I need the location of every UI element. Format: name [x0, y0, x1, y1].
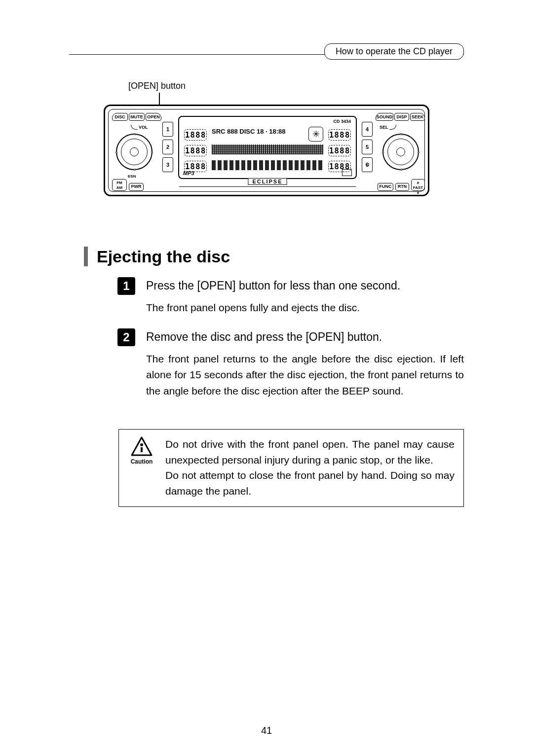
seek-button: SEEK [410, 113, 425, 121]
caution-label: Caution [128, 458, 155, 465]
seg-left-1: 1888 [184, 129, 207, 141]
knob-tick [151, 151, 153, 153]
step-title-2: Remove the disc and press the [OPEN] but… [146, 328, 464, 346]
cd-player-illustration: DISC MUTE OPEN VOL ESN FM AM PWR 1 2 3 4… [104, 105, 429, 196]
lcd-top-labels: SRC 888 DISC 18 · 18:88 [212, 128, 286, 135]
caution-icon-block: Caution [128, 436, 155, 465]
compact-disc-logo-icon [342, 169, 352, 176]
knob-center [130, 147, 139, 156]
volume-knob [116, 134, 152, 170]
preset-6: 6 [362, 157, 373, 172]
open-button-callout-label: [OPEN] button [128, 81, 186, 91]
am-label: AM [113, 185, 126, 190]
fm-am-button: FM AM [112, 179, 127, 191]
manual-page: How to operate the CD player [OPEN] butt… [0, 0, 533, 756]
knob-tick [134, 133, 136, 135]
preset-column-right: 4 5 6 [362, 122, 373, 175]
heading-text: Ejecting the disc [97, 247, 230, 266]
sound-button: SOUND [376, 113, 393, 121]
step-number-2: 2 [117, 328, 135, 346]
disp-button: DISP [394, 113, 409, 121]
section-heading: Ejecting the disc [84, 247, 464, 266]
step-body-1: Press the [OPEN] button for less than on… [146, 277, 464, 316]
caution-text: Do not drive with the front panel open. … [165, 436, 455, 499]
fast-button: ∧ FAST ∨ [411, 179, 425, 191]
seek-down-icon: ∨ [412, 190, 424, 195]
preset-1: 1 [162, 122, 173, 137]
mute-button: MUTE [129, 113, 145, 121]
step-desc-2: The front panel returns to the angle bef… [146, 351, 464, 399]
lcd-row-1: 1888 SRC 888 DISC 18 · 18:88 1888 [184, 128, 351, 141]
warning-triangle-icon [131, 436, 152, 456]
section-title-text: How to operate the CD player [336, 46, 453, 56]
seg-right-2: 1888 [328, 145, 351, 156]
knob-tick [400, 133, 402, 135]
caution-box: Caution Do not drive with the front pane… [118, 429, 464, 507]
lcd-dot-matrix [212, 144, 323, 154]
preset-5: 5 [362, 140, 373, 154]
preset-column-left: 1 2 3 [162, 122, 173, 175]
lcd-spectrum-bars [212, 160, 323, 170]
heading-accent-bar [84, 247, 88, 266]
knob-tick [418, 151, 419, 153]
knob-tick [400, 169, 402, 171]
preset-3: 3 [162, 157, 173, 172]
fast-label: FAST [412, 185, 424, 190]
svg-point-0 [140, 443, 143, 446]
knob-tick [382, 151, 384, 153]
mp3-label: MP3 [183, 170, 194, 176]
fm-label: FM [113, 180, 126, 185]
select-knob [382, 134, 419, 170]
step-number-1: 1 [117, 277, 135, 295]
lcd-row-3: 1888 1888 [184, 159, 351, 172]
seek-up-icon: ∧ [412, 180, 424, 185]
knob-center [396, 147, 405, 156]
page-number: 41 [0, 725, 533, 736]
step-2: 2 Remove the disc and press the [OPEN] b… [117, 328, 464, 399]
lcd-display: CD 3434 1888 SRC 888 DISC 18 · 18:88 188… [178, 116, 357, 179]
lcd-bottom-bar [179, 186, 356, 187]
knob-tick [134, 169, 136, 171]
step-desc-1: The front panel opens fully and ejects t… [146, 300, 464, 316]
sun-icon [308, 127, 323, 142]
lcd-row-2: 1888 1888 [184, 144, 351, 156]
esn-label: ESN [128, 174, 136, 179]
step-body-2: Remove the disc and press the [OPEN] but… [146, 328, 464, 399]
preset-2: 2 [162, 140, 173, 154]
step-1: 1 Press the [OPEN] button for less than … [117, 277, 464, 316]
vol-label: VOL [139, 125, 148, 130]
open-button: OPEN [146, 113, 161, 121]
func-button: FUNC [378, 183, 393, 191]
caution-text-2: Do not attempt to close the front panel … [165, 468, 455, 499]
steps-list: 1 Press the [OPEN] button for less than … [117, 277, 464, 412]
brand-label: ECLIPSE [248, 178, 287, 185]
open-button-callout-line [159, 93, 160, 105]
preset-4: 4 [362, 122, 373, 137]
seg-right-1: 1888 [328, 129, 351, 141]
caution-text-1: Do not drive with the front panel open. … [165, 436, 455, 468]
section-title-pill: How to operate the CD player [324, 43, 464, 60]
rtn-button: RTN [395, 183, 409, 191]
knob-tick [115, 151, 117, 153]
seg-left-2: 1888 [184, 145, 207, 156]
pwr-button: PWR [129, 183, 144, 191]
svg-rect-1 [141, 447, 143, 452]
sel-label: SEL [380, 125, 388, 130]
step-title-1: Press the [OPEN] button for less than on… [146, 277, 464, 295]
model-label: CD 3434 [333, 119, 351, 124]
disc-button: DISC [112, 113, 128, 121]
